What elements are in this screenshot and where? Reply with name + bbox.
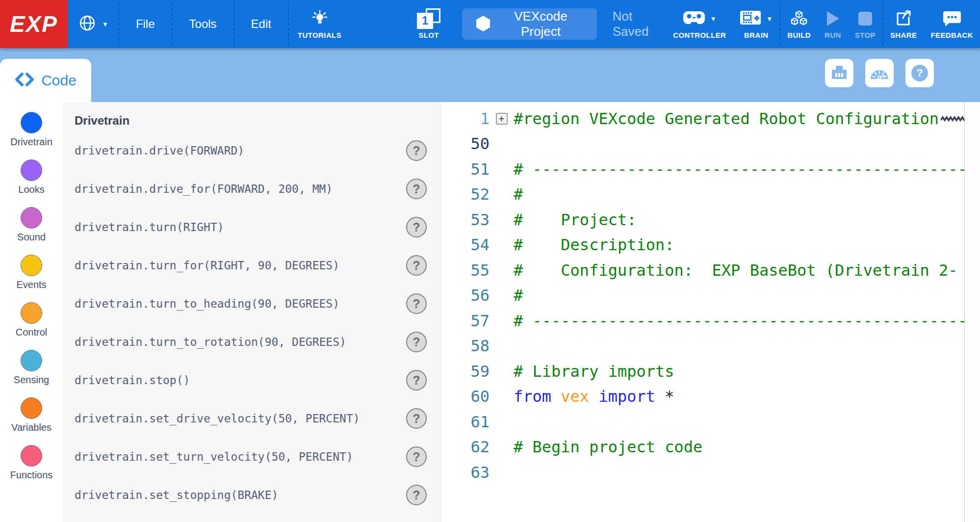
- save-status: Not Saved: [613, 9, 666, 39]
- code-line[interactable]: 61: [440, 409, 964, 435]
- command-row[interactable]: drivetrain.turn(RIGHT)?: [75, 208, 427, 246]
- command-row[interactable]: drivetrain.drive(FORWARD)?: [75, 131, 427, 170]
- share-button[interactable]: SHARE: [883, 0, 924, 48]
- command-row[interactable]: drivetrain.set_stopping(BRAKE)?: [75, 476, 427, 514]
- command-text[interactable]: drivetrain.turn_for(RIGHT, 90, DEGREES): [75, 259, 339, 272]
- command-category-header: Drivetrain: [75, 114, 427, 128]
- slot-button[interactable]: 1 SLOT: [408, 0, 449, 48]
- menu-edit[interactable]: Edit: [234, 0, 288, 48]
- toolbox-category-variables[interactable]: Variables: [0, 397, 63, 445]
- line-number: 56: [440, 286, 490, 305]
- command-help-button[interactable]: ?: [406, 370, 427, 391]
- code-line[interactable]: 57# ------------------------------------…: [440, 308, 964, 334]
- code-line[interactable]: 59# Library imports: [440, 359, 964, 384]
- code-lines: 1+#region VEXcode Generated Robot Config…: [440, 102, 964, 522]
- code-line[interactable]: 1+#region VEXcode Generated Robot Config…: [440, 106, 964, 131]
- code-line[interactable]: 52#: [440, 182, 964, 208]
- command-help-button[interactable]: ?: [406, 446, 427, 467]
- language-menu-button[interactable]: ▼: [68, 0, 118, 48]
- command-text[interactable]: drivetrain.drive(FORWARD): [75, 144, 244, 157]
- toolbox-category-drivetrain[interactable]: Drivetrain: [0, 112, 63, 159]
- category-label: Sound: [17, 232, 46, 243]
- code-line[interactable]: 62# Begin project code: [440, 435, 964, 460]
- feedback-button[interactable]: FEEDBACK: [924, 0, 980, 48]
- toolbox-category-sound[interactable]: Sound: [0, 207, 63, 255]
- command-text[interactable]: drivetrain.set_stopping(BRAKE): [75, 489, 278, 501]
- toolbox-category-events[interactable]: Events: [0, 255, 63, 302]
- help-question-icon: ?: [911, 65, 928, 81]
- command-row[interactable]: drivetrain.set_drive_velocity(50, PERCEN…: [75, 399, 427, 438]
- device-info-button[interactable]: [825, 59, 853, 87]
- code-line[interactable]: 63: [440, 460, 964, 485]
- category-color-dot[interactable]: [21, 350, 42, 371]
- fold-expand-icon[interactable]: +: [496, 113, 508, 125]
- tab-code[interactable]: Code: [0, 59, 91, 102]
- controller-label: CONTROLLER: [673, 31, 726, 39]
- command-text[interactable]: drivetrain.turn(RIGHT): [75, 221, 224, 234]
- category-color-dot[interactable]: [21, 302, 42, 324]
- command-row[interactable]: drivetrain.stop()?: [75, 361, 427, 399]
- slot-label: SLOT: [418, 31, 439, 39]
- command-panel: Drivetrain drivetrain.drive(FORWARD)?dri…: [63, 102, 440, 522]
- controller-button[interactable]: ▼ CONTROLLER: [666, 0, 733, 48]
- command-help-button[interactable]: ?: [406, 485, 427, 505]
- editor-scrollbar[interactable]: [964, 102, 980, 522]
- vexcode-app: EXP ▼ File Tools Edit TUTORIALS: [0, 0, 980, 522]
- menu-file[interactable]: File: [119, 0, 172, 48]
- chevron-down-icon: ▼: [102, 21, 108, 28]
- line-number: 55: [440, 261, 490, 280]
- code-line[interactable]: 54# Description:: [440, 233, 964, 258]
- line-number: 52: [440, 185, 490, 204]
- project-name-button[interactable]: VEXcode Project: [462, 8, 597, 40]
- command-text[interactable]: drivetrain.turn_to_rotation(90, DEGREES): [75, 336, 346, 348]
- command-text[interactable]: drivetrain.set_drive_velocity(50, PERCEN…: [75, 412, 360, 425]
- command-row[interactable]: drivetrain.drive_for(FORWARD, 200, MM)?: [75, 170, 427, 208]
- menu-tools[interactable]: Tools: [173, 0, 233, 48]
- category-color-dot[interactable]: [21, 207, 42, 229]
- category-color-dot[interactable]: [21, 159, 42, 181]
- code-line[interactable]: 60from vex import *: [440, 384, 964, 410]
- command-text[interactable]: drivetrain.turn_to_heading(90, DEGREES): [75, 297, 339, 310]
- command-help-button[interactable]: ?: [406, 293, 427, 314]
- category-color-dot[interactable]: [21, 255, 42, 276]
- command-help-button[interactable]: ?: [406, 179, 427, 199]
- command-help-button[interactable]: ?: [406, 332, 427, 352]
- category-color-dot[interactable]: [21, 112, 42, 133]
- command-row[interactable]: drivetrain.set_turn_velocity(50, PERCENT…: [75, 438, 427, 476]
- command-help-button[interactable]: ?: [406, 217, 427, 237]
- command-text[interactable]: drivetrain.set_turn_velocity(50, PERCENT…: [75, 450, 353, 463]
- code-line[interactable]: 56#: [440, 283, 964, 309]
- dashboard-gauge-button[interactable]: [865, 59, 894, 87]
- command-row[interactable]: drivetrain.turn_to_heading(90, DEGREES)?: [75, 285, 427, 323]
- build-button[interactable]: BUILD: [780, 0, 818, 48]
- category-label: Variables: [11, 422, 52, 433]
- line-number: 1: [440, 109, 490, 128]
- help-button[interactable]: ?: [905, 59, 934, 87]
- command-help-button[interactable]: ?: [406, 408, 427, 429]
- run-button[interactable]: RUN: [818, 0, 848, 48]
- line-number: 54: [440, 235, 490, 254]
- code-line[interactable]: 53# Project:: [440, 207, 964, 233]
- toolbox-category-sensing[interactable]: Sensing: [0, 350, 63, 397]
- toolbox-category-functions[interactable]: Functions: [0, 445, 63, 493]
- code-editor[interactable]: 1+#region VEXcode Generated Robot Config…: [440, 102, 980, 522]
- tutorials-button[interactable]: TUTORIALS: [289, 0, 350, 48]
- code-line[interactable]: 50: [440, 131, 964, 157]
- globe-icon: [78, 14, 96, 34]
- toolbox-category-control[interactable]: Control: [0, 302, 63, 350]
- code-line[interactable]: 51# ------------------------------------…: [440, 157, 964, 182]
- command-help-button[interactable]: ?: [406, 140, 427, 161]
- command-row[interactable]: drivetrain.turn_to_rotation(90, DEGREES)…: [75, 323, 427, 361]
- command-row[interactable]: drivetrain.turn_for(RIGHT, 90, DEGREES)?: [75, 246, 427, 285]
- stop-button[interactable]: STOP: [848, 0, 882, 48]
- command-text[interactable]: drivetrain.stop(): [75, 374, 190, 387]
- command-help-button[interactable]: ?: [406, 255, 427, 276]
- category-color-dot[interactable]: [21, 445, 42, 467]
- toolbox-category-looks[interactable]: Looks: [0, 159, 63, 207]
- brain-button[interactable]: ▼ BRAIN: [733, 0, 779, 48]
- code-line[interactable]: 55# Configuration: EXP BaseBot (Drivetra…: [440, 258, 964, 283]
- code-line[interactable]: 58: [440, 334, 964, 359]
- command-text[interactable]: drivetrain.drive_for(FORWARD, 200, MM): [75, 183, 333, 195]
- category-color-dot[interactable]: [21, 397, 42, 419]
- category-label: Sensing: [14, 374, 49, 386]
